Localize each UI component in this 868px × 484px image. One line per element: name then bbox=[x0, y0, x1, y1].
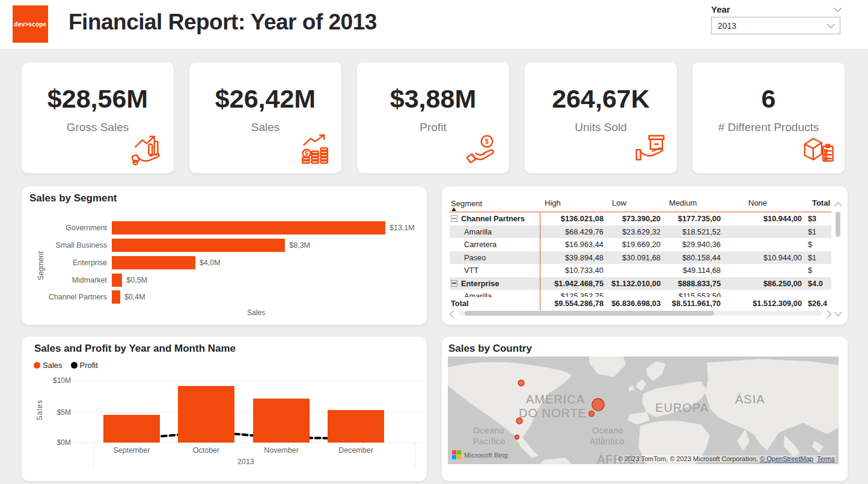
chevron-down-icon[interactable] bbox=[834, 4, 842, 12]
matrix-cell: $10.944,00 bbox=[724, 212, 805, 225]
vscroll-thumb[interactable] bbox=[836, 212, 840, 237]
matrix-row[interactable]: Enterprise$1.942.468,75$1.132.010,00$888… bbox=[450, 277, 831, 290]
matrix-row[interactable]: Channel Partners$136.021,08$73.390,20$17… bbox=[450, 212, 831, 225]
sales-bubble[interactable] bbox=[592, 399, 604, 411]
segment-bar[interactable] bbox=[112, 256, 195, 269]
matrix-row[interactable]: VTT$10.733,40$49.114,68$ bbox=[450, 264, 831, 277]
legend-profit[interactable]: Profit bbox=[71, 361, 98, 370]
matrix-vertical-scrollbar[interactable] bbox=[834, 202, 842, 316]
sales-bar[interactable] bbox=[103, 415, 160, 443]
month-label: September bbox=[94, 446, 169, 455]
matrix-cell: $4.0 bbox=[805, 277, 831, 290]
year-slicer-label: Year bbox=[711, 4, 730, 14]
matrix-cell bbox=[724, 290, 805, 297]
matrix-cell bbox=[724, 264, 805, 277]
segment-bar-row[interactable]: Small Business$8,3M bbox=[22, 238, 427, 252]
matrix-header-high[interactable]: High bbox=[540, 196, 607, 212]
segment-bar-row[interactable]: Government$13,1M bbox=[22, 221, 427, 234]
matrix-row-label: Enterprise bbox=[450, 277, 540, 290]
matrix-cell: $39.894,48 bbox=[540, 251, 607, 265]
segment-bar[interactable] bbox=[112, 221, 385, 234]
label-pacific-1: Oceano bbox=[473, 426, 504, 435]
sales-profit-month-panel: Sales and Profit by Year and Month Name … bbox=[22, 337, 427, 481]
sales-bubble[interactable] bbox=[589, 411, 594, 417]
matrix-total-row: Total$9.554.286,78$6.836.698,03$8.511.96… bbox=[450, 297, 831, 310]
matrix-cell: $23.629,32 bbox=[607, 225, 664, 239]
sales-bubble[interactable] bbox=[518, 380, 524, 386]
matrix-cell: $8.511.961,70 bbox=[664, 297, 724, 310]
matrix-header-none[interactable]: None bbox=[724, 196, 805, 212]
matrix-row[interactable]: Amarilla$68.429,76$23.629,32$18.521,52$1 bbox=[450, 225, 831, 239]
scroll-up-icon[interactable] bbox=[834, 202, 842, 210]
y-axis-title: Segment bbox=[37, 248, 45, 284]
matrix-row[interactable]: Amarilla$125.352,75$115.553,50 bbox=[450, 290, 831, 297]
segment-bar[interactable] bbox=[112, 290, 120, 304]
matrix-header-medium[interactable]: Medium bbox=[664, 196, 724, 212]
month-label: November bbox=[244, 446, 319, 455]
matrix-cell: $115.553,50 bbox=[664, 290, 724, 297]
matrix-cell: $3 bbox=[805, 212, 831, 225]
segment-bar[interactable] bbox=[112, 274, 122, 287]
matrix-cell bbox=[607, 264, 664, 277]
scroll-right-icon[interactable] bbox=[824, 310, 831, 318]
segment-bar[interactable] bbox=[112, 239, 285, 252]
matrix-cell: $49.114,68 bbox=[664, 264, 724, 277]
kpi-value: $28,56M bbox=[22, 84, 174, 114]
segment-bar-row[interactable]: Midmarket$0,5M bbox=[22, 273, 427, 287]
sales-bar[interactable] bbox=[253, 399, 310, 443]
terms-link[interactable]: Terms bbox=[817, 455, 835, 462]
matrix-row[interactable]: Carretera$16.963,44$19.669,20$29.940,36$ bbox=[450, 238, 831, 251]
sales-by-country-panel: Sales by Country bbox=[442, 337, 848, 481]
segment-bar-row[interactable]: Channel Partners$0,4M bbox=[22, 290, 427, 304]
matrix-cell bbox=[724, 225, 805, 239]
collapse-icon[interactable] bbox=[451, 215, 457, 222]
year-dropdown[interactable]: 2013 bbox=[711, 17, 840, 34]
microsoft-logo-icon bbox=[452, 450, 461, 459]
matrix-header-low[interactable]: Low bbox=[607, 196, 664, 212]
segment-bar-value: $0,4M bbox=[120, 293, 145, 301]
profit-legend-dot bbox=[71, 362, 78, 369]
label-north-america-1: AMÉRICA bbox=[526, 393, 585, 406]
sales-bar[interactable] bbox=[178, 386, 234, 443]
scroll-left-icon[interactable] bbox=[450, 310, 457, 318]
matrix-row[interactable]: Paseo$39.894,48$30.091,68$80.158,44$10.9… bbox=[450, 251, 831, 265]
sales-bar[interactable] bbox=[328, 410, 384, 443]
matrix-cell: $73.390,20 bbox=[607, 212, 664, 225]
matrix-cell: $1 bbox=[805, 251, 831, 265]
map-canvas bbox=[448, 357, 839, 464]
svg-text:$: $ bbox=[485, 138, 489, 145]
label-atlantic-2: Atlântico bbox=[590, 437, 625, 446]
gridline-0m bbox=[73, 443, 423, 443]
world-map[interactable]: AMÉRICA DO NORTE EUROPA ÁSIA ÁFRICA Ocea… bbox=[448, 357, 839, 464]
x-axis-title: Sales bbox=[112, 308, 400, 317]
kpi-card-sales: $26,42M Sales $ bbox=[189, 63, 341, 173]
month-label: December bbox=[319, 446, 393, 455]
matrix-horizontal-scrollbar[interactable] bbox=[450, 310, 831, 317]
sales-bubble[interactable] bbox=[515, 435, 519, 440]
collapse-icon[interactable] bbox=[451, 280, 457, 287]
hand-box-icon bbox=[634, 132, 667, 166]
kpi-card-different-products: 6 # Different Products bbox=[692, 63, 845, 173]
segment-category-label: Small Business bbox=[22, 241, 112, 250]
chevron-down-icon bbox=[827, 20, 835, 28]
legend-sales[interactable]: Sales bbox=[34, 361, 63, 370]
hand-dollar-coin-icon: $ bbox=[466, 132, 500, 166]
panel-title: Sales by Segment bbox=[29, 192, 117, 204]
hscroll-thumb[interactable] bbox=[465, 311, 714, 316]
panel-title: Sales by Country bbox=[448, 343, 532, 355]
matrix-header-segment[interactable]: Segment bbox=[450, 196, 540, 212]
matrix-cell: $1.942.468,75 bbox=[540, 277, 607, 290]
x-axis-year-label: 2013 bbox=[77, 458, 415, 466]
matrix-row-label: Amarilla bbox=[450, 225, 540, 239]
matrix-header-total[interactable]: Total bbox=[805, 196, 831, 212]
scroll-down-icon[interactable] bbox=[834, 308, 842, 316]
year-dropdown-value: 2013 bbox=[718, 21, 736, 31]
month-label: October bbox=[169, 446, 243, 455]
segment-bar-row[interactable]: Enterprise$4,0M bbox=[22, 256, 427, 269]
openstreetmap-link[interactable]: © OpenStreetMap bbox=[760, 455, 813, 462]
matrix-total-row[interactable]: Total$9.554.286,78$6.836.698,03$8.511.96… bbox=[450, 297, 831, 310]
matrix-cell bbox=[805, 290, 831, 297]
devscope-logo: dev>scope bbox=[13, 5, 48, 43]
matrix-cell: $19.669,20 bbox=[607, 238, 664, 251]
kpi-value: 6 bbox=[692, 84, 845, 114]
